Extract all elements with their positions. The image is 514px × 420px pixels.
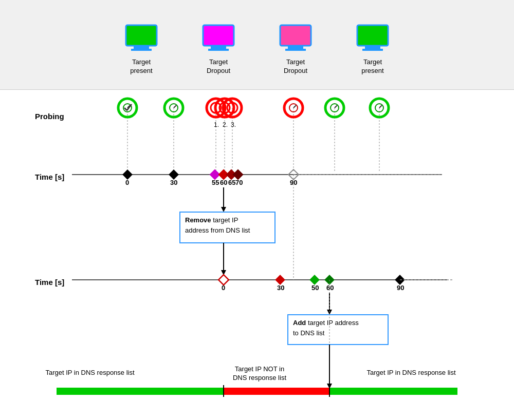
time-label-1: Time [s] bbox=[35, 173, 64, 181]
svg-rect-11 bbox=[282, 27, 309, 44]
time-label-2: Time [s] bbox=[35, 278, 64, 287]
monitor-label-dropout-1: TargetDropout bbox=[207, 58, 230, 75]
t1-label-55: 55 bbox=[212, 179, 219, 186]
monitor-label-present-1: Targetpresent bbox=[130, 58, 152, 75]
bottom-label-middle-1: Target IP NOT in bbox=[235, 365, 284, 373]
bottom-label-right: Target IP in DNS response list bbox=[366, 369, 456, 376]
t2-label-60: 60 bbox=[326, 284, 334, 292]
svg-rect-1 bbox=[134, 46, 149, 49]
t1-label-65: 65 bbox=[228, 179, 235, 186]
monitor-item-present-1: Targetpresent bbox=[118, 24, 164, 75]
top-banner: Targetpresent TargetDropout TargetDropou… bbox=[0, 0, 514, 90]
annotation1-text: Remove target IP bbox=[185, 216, 238, 224]
svg-rect-9 bbox=[288, 46, 303, 49]
annotation2-text2: to DNS list bbox=[293, 329, 325, 337]
t2-label-50: 50 bbox=[311, 284, 319, 292]
bottom-label-middle-2: DNS response list bbox=[233, 374, 286, 381]
monitor-group: Targetpresent TargetDropout TargetDropou… bbox=[118, 14, 396, 75]
t2-label-30: 30 bbox=[277, 284, 284, 292]
monitor-icon-dropout-2 bbox=[278, 24, 314, 55]
svg-line-46 bbox=[379, 105, 382, 108]
svg-rect-5 bbox=[211, 46, 226, 49]
monitor-label-present-2: Targetpresent bbox=[361, 58, 383, 75]
svg-rect-2 bbox=[131, 49, 152, 51]
svg-rect-13 bbox=[365, 46, 380, 49]
probing-label: Probing bbox=[35, 112, 64, 121]
annotation1-text2: address from DNS list bbox=[185, 226, 250, 234]
svg-marker-58 bbox=[221, 207, 226, 212]
monitor-icon-present-2 bbox=[355, 24, 391, 55]
t1-label-70: 70 bbox=[235, 179, 243, 186]
svg-line-43 bbox=[335, 105, 337, 108]
bottom-label-left: Target IP in DNS response list bbox=[45, 369, 135, 376]
svg-line-40 bbox=[293, 105, 296, 108]
svg-rect-3 bbox=[127, 27, 155, 44]
t2-label-0: 0 bbox=[222, 284, 225, 292]
svg-line-31 bbox=[174, 105, 176, 108]
svg-rect-65 bbox=[309, 275, 320, 285]
svg-rect-50 bbox=[169, 169, 179, 180]
monitor-item-dropout-2: TargetDropout bbox=[272, 24, 319, 75]
color-bar-red bbox=[224, 388, 329, 395]
monitor-item-dropout-1: TargetDropout bbox=[195, 24, 242, 75]
probe-number-3: 3. bbox=[231, 121, 236, 128]
svg-rect-64 bbox=[275, 275, 285, 285]
monitor-item-present-2: Targetpresent bbox=[350, 24, 396, 75]
svg-rect-14 bbox=[362, 49, 383, 51]
main-diagram: Probing 1. 2. 3. Time [s] bbox=[0, 90, 514, 420]
color-bar-green-right bbox=[329, 388, 457, 395]
monitor-icon-present-1 bbox=[123, 24, 159, 55]
monitor-icon-dropout-1 bbox=[200, 24, 236, 55]
t1-label-60: 60 bbox=[220, 179, 227, 186]
svg-rect-63 bbox=[218, 275, 229, 285]
svg-rect-54 bbox=[233, 169, 243, 180]
t1-label-30: 30 bbox=[170, 179, 177, 186]
annotation2-text: Add target IP address bbox=[293, 319, 359, 327]
svg-rect-15 bbox=[359, 27, 387, 44]
monitor-label-dropout-2: TargetDropout bbox=[284, 58, 307, 75]
probe-number-1: 1. bbox=[214, 121, 219, 128]
t2-label-90: 90 bbox=[397, 284, 404, 292]
t1-label-0: 0 bbox=[125, 179, 129, 186]
svg-rect-49 bbox=[122, 169, 133, 180]
color-bar-green-left bbox=[57, 388, 224, 395]
probe-number-2: 2. bbox=[223, 121, 228, 128]
svg-rect-6 bbox=[208, 49, 229, 51]
svg-rect-10 bbox=[285, 49, 306, 51]
svg-rect-7 bbox=[205, 27, 232, 44]
